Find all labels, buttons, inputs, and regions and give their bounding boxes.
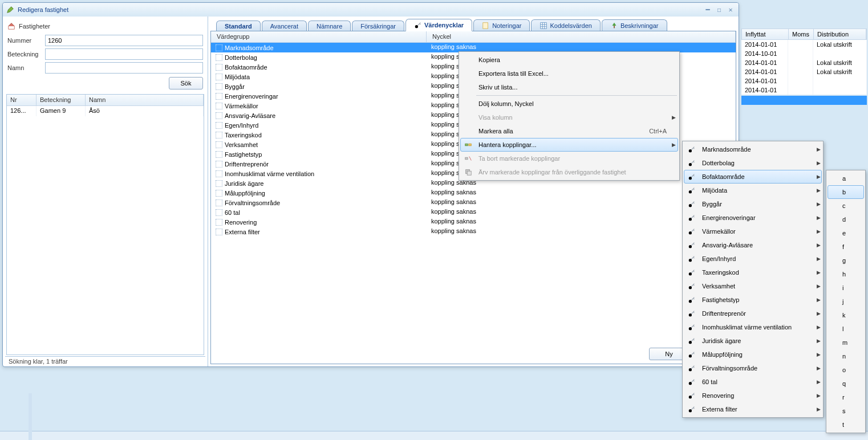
submenu-item[interactable]: Juridisk ägare▶ — [684, 334, 822, 348]
input-namn[interactable] — [45, 62, 203, 74]
menu-item[interactable]: Markera allaCtrl+A — [460, 124, 678, 138]
menu-item: Visa kolumn▶ — [460, 111, 678, 124]
submenu-item[interactable]: Driftentreprenör▶ — [684, 307, 822, 320]
submenu2-item[interactable]: s — [828, 404, 864, 418]
horizontal-scrollbar[interactable] — [0, 431, 868, 440]
search-button[interactable]: Sök — [169, 77, 203, 89]
col-nr[interactable]: Nr — [7, 95, 36, 105]
submenu2-item[interactable]: m — [828, 336, 864, 349]
tab-beskrivningar[interactable]: Beskrivningar — [602, 19, 667, 31]
bg-row[interactable]: 2014-01-01 — [741, 85, 867, 95]
close-button[interactable]: ✕ — [726, 6, 735, 14]
col-moms[interactable]: Moms — [789, 29, 814, 39]
bg-row[interactable]: 2014-01-01Lokal utskrift — [741, 67, 867, 76]
tab-värdenycklar[interactable]: Värdenycklar — [405, 19, 472, 31]
col-inflyttat[interactable]: Inflyttat — [742, 29, 789, 39]
input-beteckning[interactable] — [45, 48, 203, 60]
submenu-item[interactable]: Miljödata▶ — [684, 184, 822, 197]
grid-row[interactable]: Måluppföljningkoppling saknas — [211, 188, 736, 198]
submenu2-item[interactable]: e — [828, 226, 864, 240]
col-nyckel[interactable]: Nyckel — [427, 31, 736, 42]
key-icon — [688, 282, 696, 290]
col-namn[interactable]: Namn — [86, 95, 204, 105]
submenu-hantera-kopplingar[interactable]: Marknadsområde▶Dotterbolag▶Bofaktaområde… — [682, 141, 824, 418]
input-nummer[interactable] — [45, 35, 203, 46]
house-icon — [7, 22, 15, 30]
submenu2-item[interactable]: j — [828, 295, 864, 308]
submenu-item[interactable]: Verksamhet▶ — [684, 279, 822, 293]
tab-nämnare[interactable]: Nämnare — [308, 21, 351, 31]
submenu-item[interactable]: Taxeringskod▶ — [684, 266, 822, 279]
maximize-button[interactable]: ☐ — [715, 6, 724, 14]
submenu-item[interactable]: 60 tal▶ — [684, 375, 822, 389]
submenu2-item[interactable]: i — [828, 281, 864, 295]
submenu2-item[interactable]: q — [828, 377, 864, 390]
menu-item[interactable]: Hantera kopplingar...▶ — [460, 138, 678, 152]
col-beteckning[interactable]: Beteckning — [36, 95, 86, 105]
submenu-item[interactable]: Energirenoveringar▶ — [684, 211, 822, 225]
minimize-button[interactable]: ━ — [703, 6, 712, 14]
submenu2-item[interactable]: o — [828, 363, 864, 377]
submenu-item[interactable]: Förvaltningsområde▶ — [684, 361, 822, 375]
svg-rect-8 — [467, 171, 471, 175]
col-vardegrupp[interactable]: Värdegrupp — [211, 31, 427, 42]
submenu-item[interactable]: Inomhusklimat värme ventilation▶ — [684, 320, 822, 334]
submenu2-item[interactable]: f — [828, 240, 864, 254]
key-icon — [688, 296, 696, 304]
tab-standard[interactable]: Standard — [216, 21, 261, 31]
submenu2-item[interactable]: b — [828, 185, 864, 199]
submenu2-item[interactable]: k — [828, 308, 864, 322]
submenu2-item[interactable]: d — [828, 213, 864, 226]
window-title: Redigera fastighet — [18, 6, 68, 13]
key-icon — [688, 268, 696, 276]
submenu-item[interactable]: Fastighetstyp▶ — [684, 293, 822, 307]
grid-row[interactable]: Förvaltningsområdekoppling saknas — [211, 198, 736, 207]
tab-försäkringar[interactable]: Försäkringar — [352, 21, 404, 31]
titlebar[interactable]: Redigera fastighet ━ ☐ ✕ — [3, 3, 739, 17]
bg-row[interactable]: 2014-01-01Lokal utskrift — [741, 40, 867, 49]
submenu-item[interactable]: Måluppföljning▶ — [684, 348, 822, 361]
submenu2-item[interactable]: l — [828, 322, 864, 336]
submenu-item[interactable]: Värmekällor▶ — [684, 225, 822, 238]
submenu2-item[interactable]: g — [828, 254, 864, 267]
submenu2-item[interactable]: n — [828, 349, 864, 363]
submenu-item[interactable]: Dotterbolag▶ — [684, 156, 822, 170]
submenu-item[interactable]: Externa filter▶ — [684, 402, 822, 416]
submenu2-item[interactable]: a — [828, 172, 864, 185]
grid-row[interactable]: Renoveringkoppling saknas — [211, 217, 736, 227]
submenu2-item[interactable]: r — [828, 390, 864, 404]
bg-row[interactable]: 2014-01-01 — [741, 76, 867, 85]
tab-koddelsvärden[interactable]: Koddelsvärden — [531, 19, 600, 31]
tab-avancerat[interactable]: Avancerat — [262, 21, 307, 31]
menu-item[interactable]: Exportera lista till Excel... — [460, 67, 678, 80]
menu-item[interactable]: Kopiera — [460, 53, 678, 67]
submenu2-item[interactable]: t — [828, 418, 864, 431]
key-icon — [688, 159, 696, 167]
submenu-item[interactable]: Bofaktaområde▶ — [684, 170, 822, 184]
bg-row[interactable]: 2014-01-01Lokal utskrift — [741, 58, 867, 67]
key-icon — [688, 337, 696, 345]
submenu-item[interactable]: Ansvarig-Avläsare▶ — [684, 238, 822, 252]
context-menu[interactable]: KopieraExportera lista till Excel...Skri… — [459, 51, 680, 181]
status-bar: Sökning klar, 1 träffar — [5, 356, 205, 366]
menu-item[interactable]: Dölj kolumn, Nyckel — [460, 97, 678, 111]
result-row[interactable]: 126...Gamen 9Åsö — [7, 106, 204, 116]
submenu2-item[interactable]: h — [828, 267, 864, 281]
tree-icon — [610, 22, 618, 30]
submenu-item[interactable]: Egen/Inhyrd▶ — [684, 252, 822, 266]
grid-row[interactable]: Externa filterkoppling saknas — [211, 227, 736, 237]
submenu-item[interactable]: Marknadsområde▶ — [684, 142, 822, 156]
grid-row[interactable]: 60 talkoppling saknas — [211, 207, 736, 217]
results-grid[interactable]: Nr Beteckning Namn 126...Gamen 9Åsö — [6, 94, 204, 355]
bg-row[interactable]: 2014-10-01 — [741, 49, 867, 58]
tab-bar: StandardAvanceratNämnareFörsäkringarVärd… — [210, 19, 736, 31]
submenu2-item[interactable]: c — [828, 199, 864, 213]
submenu-bofaktaomrade[interactable]: abcdefghijklmnoqrst — [826, 170, 866, 433]
submenu-item[interactable]: Renovering▶ — [684, 389, 822, 402]
menu-item[interactable]: Skriv ut lista... — [460, 80, 678, 94]
splitter[interactable] — [29, 393, 32, 440]
submenu-item[interactable]: Byggår▶ — [684, 197, 822, 211]
tab-noteringar[interactable]: Noteringar — [473, 19, 530, 31]
col-distribution[interactable]: Distribution — [814, 29, 866, 39]
label-beteckning: Beteckning — [7, 51, 45, 58]
